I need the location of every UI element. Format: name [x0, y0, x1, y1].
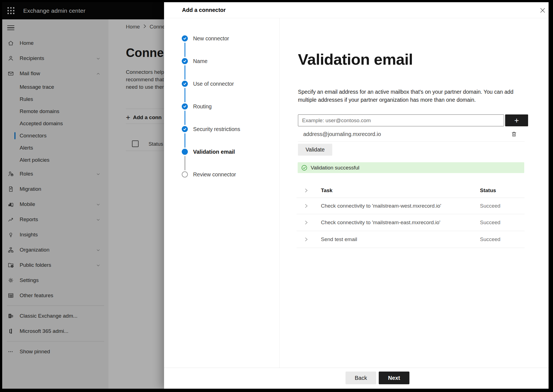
wizard-step-dot-validation-email[interactable]	[182, 149, 188, 155]
trash-icon[interactable]	[511, 131, 517, 137]
task-cell: Task	[321, 187, 480, 194]
modal-overlay[interactable]	[2, 2, 164, 389]
task-cell: Send test email	[321, 236, 480, 242]
validation-success-banner: Validation successful	[298, 162, 524, 173]
chevron-right-icon[interactable]	[297, 204, 321, 208]
task-cell: Check connectivity to 'mailstream-west.m…	[321, 203, 480, 209]
task-cell: Check connectivity to 'mailstream-east.m…	[321, 219, 480, 226]
wizard-step-connector	[185, 88, 185, 102]
email-input[interactable]	[298, 114, 504, 126]
validation-results-table: TaskStatusCheck connectivity to 'mailstr…	[297, 183, 525, 248]
wizard-step-label-new-connector[interactable]: New connector	[193, 35, 229, 41]
add-address-button[interactable]: +	[505, 114, 528, 126]
validate-button[interactable]: Validate	[298, 144, 332, 156]
wizard-step-label-use-of-connector[interactable]: Use of connector	[193, 81, 234, 87]
status-cell: Succeed	[480, 236, 525, 242]
wizard-steps: New connectorNameUse of connectorRouting…	[164, 2, 279, 389]
wizard-step-connector	[185, 111, 185, 125]
wizard-step-label-review-connector[interactable]: Review connector	[193, 171, 236, 177]
address-value: address@journaling.mxrecord.io	[303, 131, 381, 137]
wizard-step-dot-new-connector[interactable]	[182, 35, 188, 41]
address-list-item: address@journaling.mxrecord.io	[298, 128, 528, 140]
vertical-divider	[279, 18, 280, 368]
wizard-step-connector	[185, 65, 185, 80]
banner-text: Validation successful	[311, 165, 359, 171]
wizard-step-dot-review-connector[interactable]	[182, 171, 188, 177]
add-connector-dialog: Add a connector New connectorNameUse of …	[164, 2, 549, 389]
back-button[interactable]: Back	[346, 372, 376, 384]
wizard-step-dot-name[interactable]	[182, 58, 188, 64]
dialog-footer: Back Next	[164, 368, 549, 389]
table-row[interactable]: Send test emailSucceed	[297, 231, 525, 248]
email-entry-row: +	[298, 114, 528, 126]
chevron-right-icon[interactable]	[297, 220, 321, 225]
success-check-icon	[301, 165, 307, 171]
status-cell: Succeed	[480, 203, 525, 209]
wizard-step-dot-routing[interactable]	[182, 103, 188, 109]
chevron-right-icon[interactable]	[297, 188, 321, 193]
divider	[298, 141, 525, 142]
chevron-right-icon[interactable]	[297, 237, 321, 242]
table-header-row: TaskStatus	[297, 183, 525, 198]
wizard-step-label-security-restrictions[interactable]: Security restrictions	[193, 126, 240, 132]
table-row[interactable]: Check connectivity to 'mailstream-east.m…	[297, 214, 525, 231]
table-row[interactable]: Check connectivity to 'mailstream-west.m…	[297, 198, 525, 214]
wizard-step-connector	[185, 156, 185, 170]
status-cell: Status	[480, 187, 525, 194]
next-button[interactable]: Next	[379, 372, 409, 384]
wizard-step-label-routing[interactable]: Routing	[193, 103, 212, 109]
wizard-step-dot-use-of-connector[interactable]	[182, 81, 188, 87]
wizard-step-dot-security-restrictions[interactable]	[182, 126, 188, 132]
close-icon[interactable]	[539, 6, 546, 14]
step-heading: Validation email	[298, 50, 413, 68]
wizard-step-connector	[185, 133, 185, 148]
step-description: Specify an email address for an active m…	[298, 88, 521, 104]
wizard-step-label-validation-email[interactable]: Validation email	[193, 149, 235, 155]
wizard-step-label-name[interactable]: Name	[193, 58, 207, 64]
status-cell: Succeed	[480, 219, 525, 226]
wizard-step-connector	[185, 43, 185, 57]
screen: Exchange admin center HomeRecipientsMail…	[2, 2, 549, 389]
